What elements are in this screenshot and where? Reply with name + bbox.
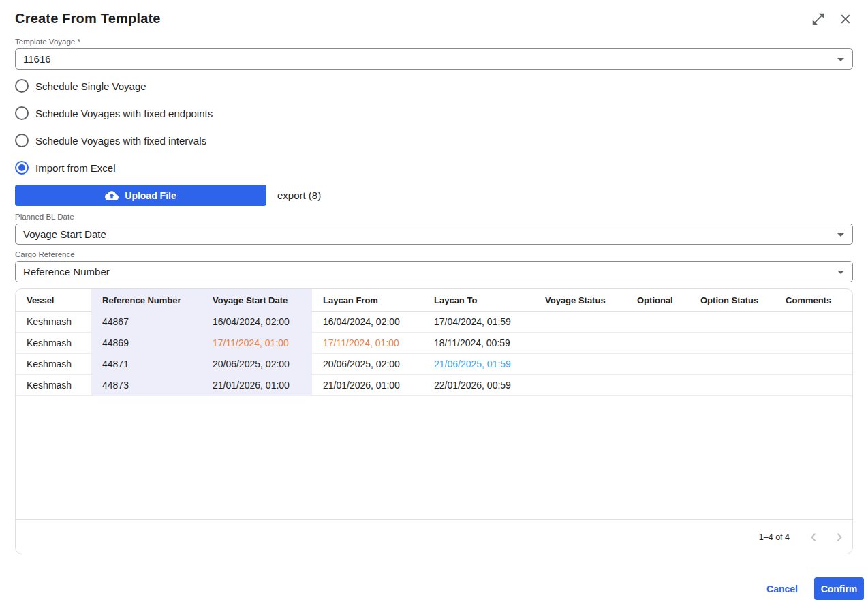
cell-laycan_to: 21/06/2025, 01:59 (423, 354, 534, 375)
radio-option-0[interactable]: Schedule Single Voyage (15, 72, 853, 100)
cell-voyage_status (534, 354, 626, 375)
cell-vessel: Keshmash (16, 354, 91, 375)
cargo-reference-value: Reference Number (23, 266, 110, 277)
cell-option_status (689, 354, 775, 375)
create-from-template-dialog: Create From Template Template Voyage * 1… (0, 0, 868, 604)
dialog-header: Create From Template (0, 0, 868, 27)
next-page-button[interactable] (826, 524, 852, 550)
cell-comments (775, 354, 853, 375)
radio-option-label: Schedule Single Voyage (35, 80, 146, 92)
previous-page-button[interactable] (801, 524, 826, 550)
radio-unselected-icon (15, 79, 29, 93)
cell-optional (626, 333, 689, 354)
cell-reference_number: 44869 (91, 333, 202, 354)
dialog-body: Template Voyage * 11616 Schedule Single … (0, 37, 868, 554)
radio-option-3[interactable]: Import from Excel (15, 154, 853, 181)
cell-laycan_to: 18/11/2024, 00:59 (423, 333, 534, 354)
column-header-option_status[interactable]: Option Status (689, 289, 775, 312)
upload-file-button[interactable]: Upload File (15, 185, 266, 206)
cell-voyage_start_date: 17/11/2024, 01:00 (202, 333, 312, 354)
planned-bl-date-value: Voyage Start Date (23, 228, 106, 240)
cargo-reference-select[interactable]: Reference Number (15, 261, 853, 282)
cell-laycan_to: 22/01/2026, 00:59 (423, 375, 534, 396)
template-voyage-select[interactable]: 11616 (15, 48, 853, 70)
cell-comments (775, 375, 853, 396)
cell-voyage_status (534, 333, 626, 354)
cell-voyage_start_date: 21/01/2026, 01:00 (202, 375, 312, 396)
cancel-button[interactable]: Cancel (766, 584, 798, 594)
export-count-text: export (8) (277, 190, 321, 201)
table-header-row: VesselReference NumberVoyage Start DateL… (16, 289, 852, 312)
radio-option-1[interactable]: Schedule Voyages with fixed endpoints (15, 100, 853, 127)
dialog-footer: Cancel Confirm (766, 577, 864, 600)
cell-optional (626, 375, 689, 396)
table-row[interactable]: Keshmash4486716/04/2024, 02:0016/04/2024… (16, 312, 852, 333)
schedule-mode-radio-group: Schedule Single VoyageSchedule Voyages w… (15, 72, 853, 181)
cell-laycan_from: 17/11/2024, 01:00 (312, 333, 423, 354)
column-header-voyage_start_date[interactable]: Voyage Start Date (202, 289, 312, 312)
cell-comments (775, 333, 853, 354)
cell-vessel: Keshmash (16, 375, 91, 396)
close-dialog-button[interactable] (838, 12, 853, 27)
cell-reference_number: 44871 (91, 354, 202, 375)
cell-option_status (689, 312, 775, 333)
radio-unselected-icon (15, 134, 29, 147)
chevron-right-icon (831, 529, 848, 545)
pagination-range-label: 1–4 of 4 (759, 532, 790, 542)
open-in-full-icon (811, 12, 826, 27)
expand-dialog-button[interactable] (811, 12, 826, 27)
template-voyage-field: Template Voyage * 11616 (15, 37, 853, 70)
cell-reference_number: 44867 (91, 312, 202, 333)
cell-voyage_status (534, 375, 626, 396)
planned-bl-date-select[interactable]: Voyage Start Date (15, 224, 853, 245)
upload-file-label: Upload File (125, 190, 176, 201)
cell-laycan_from: 20/06/2025, 02:00 (312, 354, 423, 375)
radio-option-label: Schedule Voyages with fixed endpoints (35, 108, 213, 119)
confirm-button[interactable]: Confirm (814, 577, 864, 600)
column-header-laycan_to[interactable]: Laycan To (423, 289, 534, 312)
column-header-laycan_from[interactable]: Laycan From (312, 289, 423, 312)
cell-vessel: Keshmash (16, 333, 91, 354)
cell-option_status (689, 333, 775, 354)
table-row[interactable]: Keshmash4487120/06/2025, 02:0020/06/2025… (16, 354, 852, 375)
cell-voyage_start_date: 16/04/2024, 02:00 (202, 312, 312, 333)
cell-laycan_from: 16/04/2024, 02:00 (312, 312, 423, 333)
column-header-reference_number[interactable]: Reference Number (91, 289, 202, 312)
cell-optional (626, 312, 689, 333)
table-pagination: 1–4 of 4 (16, 519, 852, 554)
radio-selected-icon (15, 161, 29, 175)
column-header-comments[interactable]: Comments (775, 289, 853, 312)
column-header-optional[interactable]: Optional (626, 289, 689, 312)
cell-voyage_start_date: 20/06/2025, 02:00 (202, 354, 312, 375)
cell-laycan_from: 21/01/2026, 01:00 (312, 375, 423, 396)
chevron-left-icon (805, 529, 822, 545)
radio-option-2[interactable]: Schedule Voyages with fixed intervals (15, 127, 853, 154)
cloud-upload-icon (105, 189, 119, 202)
caret-down-icon (837, 233, 844, 237)
table-row[interactable]: Keshmash4486917/11/2024, 01:0017/11/2024… (16, 333, 852, 354)
cell-option_status (689, 375, 775, 396)
column-header-voyage_status[interactable]: Voyage Status (534, 289, 626, 312)
close-icon (838, 12, 853, 27)
cargo-reference-field: Cargo Reference Reference Number (15, 250, 853, 282)
table-empty-space (16, 396, 852, 519)
radio-option-label: Import from Excel (35, 162, 116, 174)
dialog-header-actions (811, 12, 853, 27)
table-row[interactable]: Keshmash4487321/01/2026, 01:0021/01/2026… (16, 375, 852, 396)
caret-down-icon (837, 58, 844, 61)
template-voyage-label: Template Voyage * (15, 37, 853, 46)
cell-reference_number: 44873 (91, 375, 202, 396)
cell-vessel: Keshmash (16, 312, 91, 333)
cargo-reference-label: Cargo Reference (15, 250, 853, 258)
radio-unselected-icon (15, 106, 29, 120)
cell-voyage_status (534, 312, 626, 333)
column-header-vessel[interactable]: Vessel (16, 289, 91, 312)
planned-bl-date-field: Planned BL Date Voyage Start Date (15, 213, 853, 245)
voyages-table: VesselReference NumberVoyage Start DateL… (15, 288, 853, 554)
table-body: Keshmash4486716/04/2024, 02:0016/04/2024… (16, 312, 852, 396)
radio-option-label: Schedule Voyages with fixed intervals (35, 135, 206, 147)
planned-bl-date-label: Planned BL Date (15, 213, 853, 221)
upload-row: Upload File export (8) (15, 185, 853, 206)
dialog-title: Create From Template (15, 11, 161, 27)
template-voyage-value: 11616 (23, 53, 51, 65)
